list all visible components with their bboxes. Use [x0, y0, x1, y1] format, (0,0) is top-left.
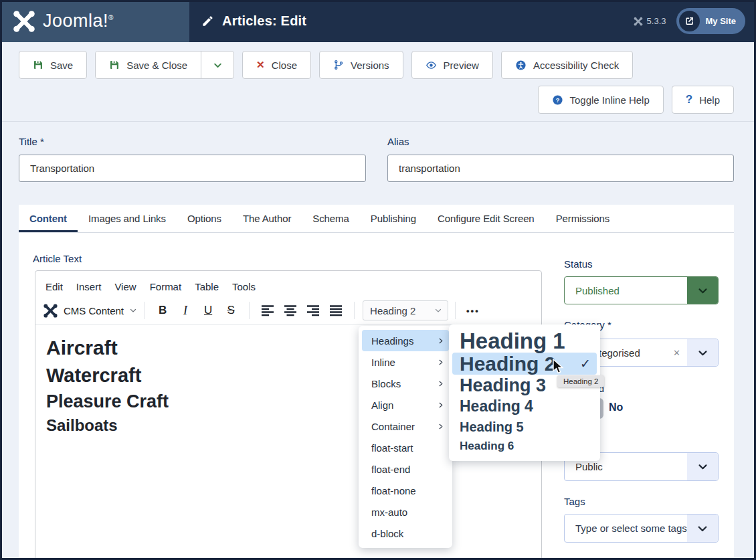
toolbar-divider: [249, 302, 250, 319]
toolbar-row-secondary: ? Toggle Inline Help ? Help: [538, 86, 735, 114]
underline-button[interactable]: U: [198, 300, 218, 320]
chevron-down-icon: [687, 339, 718, 366]
chevron-down-icon: [687, 277, 718, 304]
help-button[interactable]: ? Help: [672, 86, 734, 114]
page-heading: Articles: Edit: [201, 13, 306, 29]
menu-item-float-start[interactable]: float-start: [359, 437, 452, 458]
menu-format[interactable]: Format: [143, 281, 189, 292]
submenu-item-heading-2[interactable]: Heading 2 ✓: [452, 353, 597, 375]
joomla-icon: [43, 303, 58, 318]
tab-permissions[interactable]: Permissions: [545, 205, 621, 232]
chevron-right-icon: [437, 401, 444, 409]
tags-select[interactable]: Type or select some tags: [564, 514, 719, 543]
heading-option-label: Heading 4: [460, 397, 533, 415]
submenu-item-heading-5[interactable]: Heading 5: [449, 417, 600, 437]
versions-button[interactable]: Versions: [319, 51, 403, 79]
menu-edit[interactable]: Edit: [39, 281, 70, 292]
menu-item-d-block[interactable]: d-block: [359, 523, 452, 544]
save-options-caret-button[interactable]: [201, 52, 233, 78]
submenu-item-heading-6[interactable]: Heading 6: [449, 437, 600, 456]
toggle-inline-help-label: Toggle Inline Help: [570, 94, 650, 106]
save-close-button[interactable]: Save & Close: [96, 52, 201, 78]
menu-item-label: float-none: [371, 485, 416, 496]
italic-button[interactable]: I: [175, 300, 195, 320]
tab-configure-edit-screen[interactable]: Configure Edit Screen: [427, 205, 545, 232]
submenu-item-heading-1[interactable]: Heading 1: [449, 330, 600, 353]
menu-item-container[interactable]: Container: [359, 415, 452, 437]
save-icon: [33, 60, 43, 70]
save-button[interactable]: Save: [19, 51, 87, 79]
toggle-inline-help-button[interactable]: ? Toggle Inline Help: [538, 86, 664, 114]
tab-content[interactable]: Content: [19, 205, 78, 232]
submenu-item-heading-4[interactable]: Heading 4: [449, 396, 600, 417]
alias-label: Alias: [387, 136, 409, 147]
toolbar-divider: [354, 302, 355, 319]
menu-item-headings[interactable]: Headings: [362, 330, 449, 351]
menu-table[interactable]: Table: [188, 281, 225, 292]
chevron-right-icon: [437, 380, 444, 387]
format-style-select[interactable]: Heading 2: [363, 300, 448, 320]
heading-option-label: Heading 1: [460, 329, 565, 354]
preview-button[interactable]: Preview: [411, 51, 493, 79]
tab-schema[interactable]: Schema: [302, 205, 359, 232]
bold-button[interactable]: B: [153, 300, 173, 320]
tab-publishing[interactable]: Publishing: [360, 205, 427, 232]
featured-value: No: [609, 401, 623, 413]
status-label: Status: [564, 258, 593, 270]
format-style-value: Heading 2: [370, 305, 415, 316]
header-right: 5.3.3 My Site: [634, 8, 756, 34]
menu-item-float-none[interactable]: float-none: [359, 480, 452, 501]
heading-option-label: Heading 6: [460, 440, 514, 453]
check-icon: ✓: [580, 356, 591, 371]
menu-item-mx-auto[interactable]: mx-auto: [359, 501, 452, 523]
menu-item-label: float-start: [371, 442, 413, 454]
title-input[interactable]: [19, 155, 366, 182]
menu-item-label: float-end: [371, 464, 410, 475]
alias-input[interactable]: [387, 155, 734, 182]
align-right-button[interactable]: [302, 300, 324, 320]
menu-view[interactable]: View: [108, 281, 143, 292]
menu-insert[interactable]: Insert: [70, 281, 108, 292]
align-center-button[interactable]: [280, 300, 301, 320]
menu-item-label: Headings: [371, 335, 413, 347]
editor-toolbar: CMS Content B I U S: [35, 296, 541, 325]
my-site-button[interactable]: My Site: [676, 8, 745, 34]
menu-item-float-end[interactable]: float-end: [359, 458, 452, 480]
clear-icon[interactable]: ✕: [673, 348, 680, 358]
menu-item-blocks[interactable]: Blocks: [359, 373, 452, 394]
toolbar-row-primary: Save Save & Close ✕ Close: [19, 51, 633, 79]
svg-text:?: ?: [555, 96, 559, 103]
accessibility-check-button[interactable]: Accessibility Check: [501, 51, 633, 79]
align-justify-button[interactable]: [325, 300, 347, 320]
cms-content-label: CMS Content: [64, 305, 124, 316]
tags-label: Tags: [564, 496, 585, 507]
more-tools-button[interactable]: •••: [462, 306, 484, 316]
tags-placeholder: Type or select some tags: [565, 523, 687, 534]
menu-item-label: Align: [371, 399, 393, 411]
chevron-right-icon: [437, 359, 444, 366]
strikethrough-button[interactable]: S: [221, 300, 241, 320]
close-label: Close: [272, 60, 297, 71]
tab-images-and-links[interactable]: Images and Links: [78, 205, 177, 232]
accessibility-check-label: Accessibility Check: [533, 60, 619, 71]
heading-option-label: Heading 5: [460, 419, 524, 435]
status-select[interactable]: Published: [564, 276, 719, 304]
chevron-right-icon: [437, 337, 444, 345]
chevron-down-icon: [687, 453, 718, 480]
app-window: Joomla!® Articles: Edit 5.3.3: [0, 0, 756, 560]
toolbar-divider: [455, 302, 456, 319]
trademark-symbol: ®: [108, 14, 114, 21]
preview-label: Preview: [444, 60, 479, 71]
menu-tools[interactable]: Tools: [225, 281, 262, 292]
tab-options[interactable]: Options: [177, 205, 232, 232]
chevron-down-icon: [687, 515, 718, 542]
tab-the-author[interactable]: The Author: [232, 205, 302, 232]
help-label: Help: [699, 94, 720, 106]
cms-content-button[interactable]: CMS Content: [43, 303, 137, 318]
close-button[interactable]: ✕ Close: [242, 51, 311, 79]
menu-item-inline[interactable]: Inline: [359, 351, 452, 373]
align-left-button[interactable]: [257, 300, 278, 320]
chevron-down-icon: [129, 306, 137, 314]
brand-logo: Joomla!®: [0, 0, 189, 42]
menu-item-align[interactable]: Align: [359, 394, 452, 415]
